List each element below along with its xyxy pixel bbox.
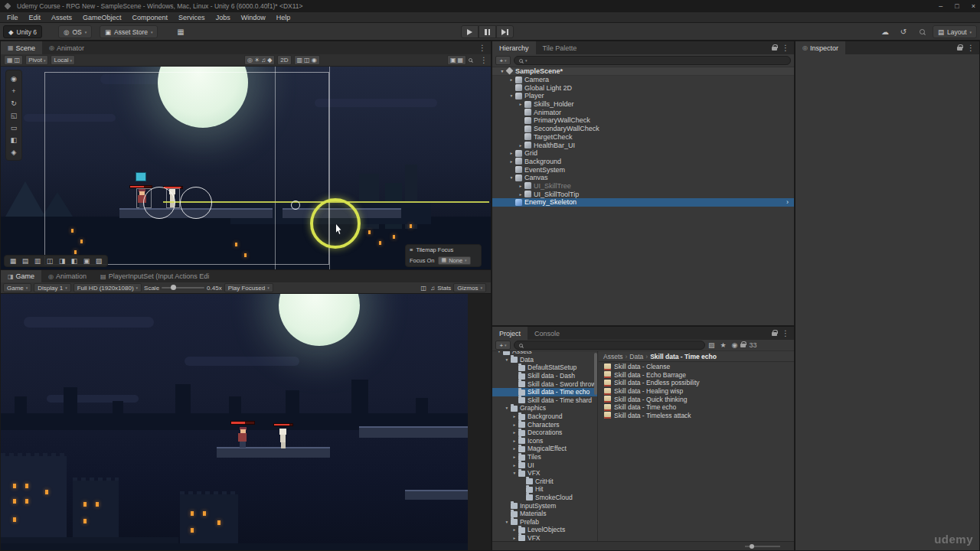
- stats-button[interactable]: Stats: [437, 285, 451, 292]
- expand-arrow-icon[interactable]: ▸: [517, 184, 524, 188]
- handle-rotation-dropdown[interactable]: Local▾: [51, 55, 75, 65]
- 2d-toggle[interactable]: 2D: [277, 55, 291, 65]
- game-mode-dropdown[interactable]: Game▾: [3, 283, 31, 292]
- expand-arrow-icon[interactable]: ▾: [511, 471, 518, 475]
- asset-row[interactable]: Skill data - Healing wisp: [599, 387, 794, 396]
- folder-row[interactable]: ▾ Prefab: [492, 517, 597, 526]
- expand-arrow-icon[interactable]: ▸: [511, 414, 518, 419]
- folder-row[interactable]: ▸ Background: [492, 412, 597, 421]
- expand-arrow-icon[interactable]: ▾: [508, 93, 515, 98]
- tab[interactable]: Project: [492, 327, 528, 340]
- tool-button[interactable]: ◧: [8, 134, 20, 145]
- hierarchy-row[interactable]: Enemy_Skeleton ›: [492, 198, 794, 207]
- expand-arrow-icon[interactable]: ▾: [503, 406, 511, 410]
- hierarchy-row[interactable]: ▸ Grid: [492, 149, 794, 158]
- expand-arrow-icon[interactable]: ▸: [511, 463, 518, 468]
- folder-row[interactable]: ▾ VFX: [492, 469, 597, 478]
- tab[interactable]: ◨Game: [1, 270, 41, 282]
- tool-button[interactable]: +: [8, 85, 20, 96]
- os-target-dropdown[interactable]: ◎ OS ▾: [58, 25, 92, 38]
- tile-tool-button[interactable]: ◨: [56, 256, 68, 267]
- cloud-services-button[interactable]: ☁: [877, 25, 893, 38]
- lock-icon[interactable]: [772, 47, 777, 51]
- focus-on-dropdown[interactable]: ▦ None ▾: [438, 256, 471, 265]
- expand-arrow-icon[interactable]: ▸: [511, 439, 518, 443]
- project-search-input[interactable]: [514, 341, 705, 350]
- folder-row[interactable]: Hit: [492, 485, 597, 494]
- folder-row[interactable]: Materials: [492, 510, 597, 518]
- tab[interactable]: ◎Animator: [42, 41, 91, 54]
- tab[interactable]: ▦Scene: [1, 41, 42, 54]
- tool-button[interactable]: ↻: [8, 97, 20, 109]
- folder-row[interactable]: SmokeCloud: [492, 494, 597, 502]
- step-button[interactable]: [496, 25, 514, 38]
- tab-inspector[interactable]: ◎ Inspector: [795, 41, 845, 54]
- folder-row[interactable]: ▸ Tiles: [492, 453, 597, 461]
- panel-menu-icon[interactable]: ⋮: [782, 44, 789, 52]
- unity-version-badge[interactable]: ◆ Unity 6: [3, 25, 42, 38]
- scene-toolbar-menu-icon[interactable]: ⋮: [480, 56, 488, 64]
- asset-row[interactable]: Skill data - Echo Barrage: [599, 371, 794, 380]
- breadcrumb-segment[interactable]: Data: [629, 353, 643, 360]
- drag-handle-icon[interactable]: ≡: [410, 246, 413, 253]
- folder-row[interactable]: CritHit: [492, 478, 597, 486]
- expand-arrow-icon[interactable]: ▸: [511, 422, 518, 427]
- expand-arrow-icon[interactable]: ▾: [498, 69, 506, 73]
- tab[interactable]: ◎Animation: [41, 270, 93, 282]
- tab[interactable]: Console: [528, 327, 567, 340]
- asset-row[interactable]: Skill data - Time echo: [599, 403, 794, 412]
- expand-arrow-icon[interactable]: ▸: [508, 151, 515, 155]
- scale-slider[interactable]: [162, 287, 204, 289]
- menu-item[interactable]: Jobs: [211, 12, 236, 23]
- hierarchy-row[interactable]: PrimaryWallCheck: [492, 116, 794, 125]
- menu-item[interactable]: Edit: [24, 12, 47, 23]
- gizmo-visibility-buttons[interactable]: ▥◫◉: [294, 55, 320, 65]
- panel-menu-icon[interactable]: ⋮: [782, 329, 789, 337]
- hierarchy-row[interactable]: ▸ HealthBar_UI: [492, 141, 794, 149]
- expand-arrow-icon[interactable]: ▾: [503, 357, 511, 362]
- expand-arrow-icon[interactable]: ▸: [511, 536, 518, 540]
- lock-icon[interactable]: [957, 47, 962, 51]
- hierarchy-row[interactable]: ▸ Camera: [492, 76, 794, 84]
- game-view-icons[interactable]: ◫♫: [421, 285, 436, 292]
- breadcrumb-segment[interactable]: Assets: [603, 353, 623, 360]
- hierarchy-row[interactable]: ▸ UI_SkillToolTip: [492, 190, 794, 198]
- grid-visibility-button[interactable]: ▦◫: [4, 55, 23, 65]
- folder-row[interactable]: ▸ Decorations: [492, 429, 597, 437]
- create-object-button[interactable]: +▾: [495, 56, 511, 65]
- expand-arrow-icon[interactable]: ▸: [511, 430, 518, 435]
- display-dropdown[interactable]: Display 1▾: [34, 283, 70, 292]
- folder-row[interactable]: Skill data - Time echo: [492, 388, 597, 396]
- expand-arrow-icon[interactable]: ▸: [511, 455, 518, 459]
- tree-scrollbar[interactable]: [594, 353, 597, 395]
- expand-arrow-icon[interactable]: ▸: [511, 446, 518, 451]
- resolution-dropdown[interactable]: Full HD (1920x1080)▾: [74, 283, 142, 292]
- folder-row[interactable]: ▾ Data: [492, 356, 597, 364]
- expand-arrow-icon[interactable]: ▸: [517, 102, 524, 106]
- expand-arrow-icon[interactable]: ▸: [517, 192, 524, 197]
- folder-row[interactable]: InputSystem: [492, 501, 597, 510]
- tile-tool-button[interactable]: ▦: [7, 256, 19, 267]
- asset-row[interactable]: Skill data - Quick thinking: [599, 395, 794, 403]
- tile-tool-button[interactable]: ▨: [93, 256, 105, 267]
- pause-button[interactable]: [479, 25, 496, 38]
- tool-button[interactable]: ◈: [8, 146, 20, 158]
- tile-tool-button[interactable]: ▥: [31, 256, 44, 267]
- tile-tool-button[interactable]: ◫: [44, 256, 56, 267]
- asset-row[interactable]: Skill data - Endless possibility: [599, 379, 794, 387]
- layout-dropdown[interactable]: ▤ Layout ▾: [933, 25, 977, 38]
- tile-tool-button[interactable]: ◧: [68, 256, 80, 267]
- folder-row[interactable]: ▸ UI: [492, 461, 597, 469]
- lock-icon[interactable]: [740, 344, 746, 347]
- play-button[interactable]: [461, 25, 479, 38]
- create-asset-button[interactable]: +▾: [495, 341, 511, 350]
- expand-arrow-icon[interactable]: ▸: [508, 159, 515, 164]
- breadcrumb-segment[interactable]: Skill data - Time echo: [650, 353, 717, 360]
- menu-item[interactable]: Window: [236, 12, 271, 23]
- hierarchy-row[interactable]: Animator: [492, 108, 794, 116]
- menu-item[interactable]: GameObject: [77, 12, 127, 23]
- hierarchy-row[interactable]: Global Light 2D: [492, 83, 794, 92]
- expand-arrow-icon[interactable]: ▾: [495, 351, 503, 354]
- hierarchy-row[interactable]: SecondaryWallCheck: [492, 125, 794, 133]
- grid-tool-button[interactable]: ▦: [173, 25, 188, 38]
